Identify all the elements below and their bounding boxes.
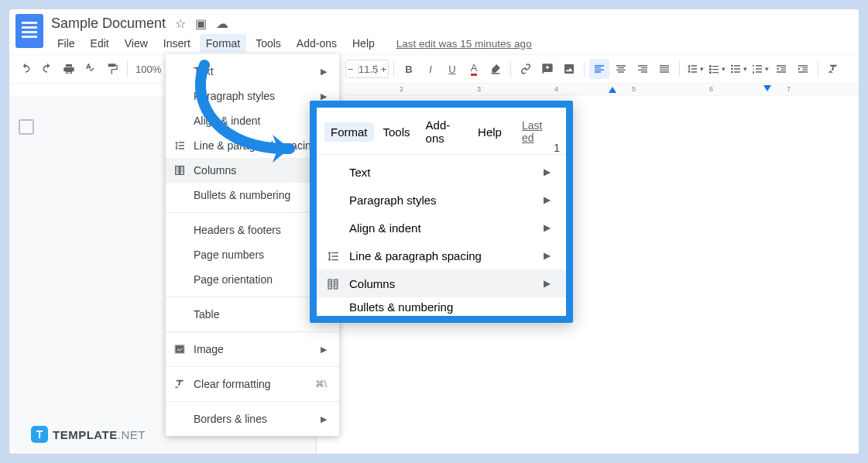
callout-menubar: Format Tools Add-ons Help Last ed [317,108,566,154]
align-right-button[interactable] [633,59,653,79]
line-spacing-button[interactable] [684,59,705,79]
menu-format[interactable]: Format [200,34,246,53]
numbered-list-button[interactable] [750,59,770,79]
menubar: File Edit View Insert Format Tools Add-o… [51,34,853,53]
callout-zoom: Format Tools Add-ons Help Last ed 1 Text… [310,101,573,323]
line-spacing-icon [326,249,340,263]
underline-button[interactable]: U [442,59,462,79]
ruler-marker-icon[interactable] [763,85,771,91]
checklist-button[interactable] [706,59,726,79]
font-size-control[interactable]: − 11.5 + [345,60,389,78]
google-docs-window: Sample Document ☆ ▣ ☁ File Edit View Ins… [9,9,859,454]
logo-text: TEMPLATE.NET [53,428,146,441]
callout-last-edit[interactable]: Last ed [516,116,558,147]
title-area: Sample Document ☆ ▣ ☁ File Edit View Ins… [51,14,853,53]
increase-indent-button[interactable] [793,59,813,79]
callout-partial-text: 1 [554,142,560,154]
spellcheck-button[interactable] [81,59,101,79]
ruler-tick: 7 [787,85,791,93]
ruler-tick: 2 [400,85,403,93]
bold-button[interactable]: B [399,59,419,79]
menu-insert[interactable]: Insert [157,34,197,53]
menu-item-image[interactable]: Image▶ [166,337,339,362]
svg-rect-3 [175,345,184,354]
font-size-decrease[interactable]: − [346,63,355,75]
callout-item-columns[interactable]: Columns▶ [317,269,566,297]
insert-link-button[interactable] [516,59,536,79]
menu-item-text[interactable]: Text▶ [166,59,339,84]
decrease-indent-button[interactable] [771,59,791,79]
menu-file[interactable]: File [51,34,81,53]
docs-logo-icon[interactable] [15,14,43,48]
highlight-button[interactable] [485,59,506,79]
print-button[interactable] [59,59,79,79]
callout-menu-format[interactable]: Format [324,122,374,142]
left-rail [9,96,43,454]
menu-item-clear-formatting[interactable]: Clear formatting⌘\ [166,372,339,396]
document-title[interactable]: Sample Document [51,15,166,32]
font-size-value[interactable]: 11.5 [358,63,376,75]
footer-logo: T TEMPLATE.NET [31,426,146,443]
columns-icon [173,164,186,177]
paint-format-button[interactable] [102,59,122,79]
clear-formatting-button[interactable] [823,59,843,79]
ruler-tick: 4 [554,85,558,93]
align-center-button[interactable] [611,59,631,79]
logo-badge-icon: T [31,426,48,443]
ruler-marker-icon[interactable] [609,87,616,93]
align-justify-button[interactable] [654,59,674,79]
ruler-tick: 3 [477,85,481,93]
italic-button[interactable]: I [420,59,441,79]
header: Sample Document ☆ ▣ ☁ File Edit View Ins… [9,9,859,54]
image-icon [173,343,186,355]
last-edit-link[interactable]: Last edit was 15 minutes ago [390,35,538,53]
menu-addons[interactable]: Add-ons [290,34,343,53]
ruler-tick: 6 [709,85,713,93]
text-color-button[interactable]: A [464,59,484,79]
svg-point-2 [731,71,733,74]
cloud-icon[interactable]: ☁ [216,16,228,31]
callout-item-line-spacing[interactable]: Line & paragraph spacing▶ [317,242,566,269]
svg-point-0 [731,65,733,67]
insert-image-button[interactable] [559,59,579,79]
callout-item-text[interactable]: Text▶ [317,158,566,186]
callout-item-align-indent[interactable]: Align & indent▶ [317,214,566,242]
move-icon[interactable]: ▣ [195,16,207,31]
add-comment-button[interactable] [537,59,558,79]
redo-button[interactable] [37,59,57,79]
font-size-increase[interactable]: + [379,63,388,75]
toolbar: 100% − 11.5 + B I U A [9,54,859,84]
menu-help[interactable]: Help [346,34,381,53]
callout-menu-addons[interactable]: Add-ons [420,115,469,148]
undo-button[interactable] [15,59,36,79]
columns-icon [326,277,340,291]
callout-item-bullets-numbering[interactable]: Bullets & numbering [317,297,566,316]
menu-edit[interactable]: Edit [84,34,115,53]
line-spacing-icon [173,139,186,152]
callout-menu-help[interactable]: Help [472,122,508,142]
clear-formatting-icon [173,378,186,390]
callout-menu-tools[interactable]: Tools [377,122,417,142]
ruler-tick: 5 [632,85,636,93]
menu-view[interactable]: View [118,34,154,53]
bulleted-list-button[interactable] [728,59,748,79]
menu-item-borders-lines[interactable]: Borders & lines▶ [166,406,339,431]
align-left-button[interactable] [589,59,609,79]
ruler[interactable]: 2 3 4 5 6 7 [345,84,859,96]
callout-item-paragraph-styles[interactable]: Paragraph styles▶ [317,186,566,214]
callout-dropdown: Text▶ Paragraph styles▶ Align & indent▶ … [317,154,566,316]
outline-toggle-icon[interactable] [19,119,34,135]
star-icon[interactable]: ☆ [175,16,186,31]
menu-tools[interactable]: Tools [249,34,287,53]
svg-point-1 [731,68,733,70]
